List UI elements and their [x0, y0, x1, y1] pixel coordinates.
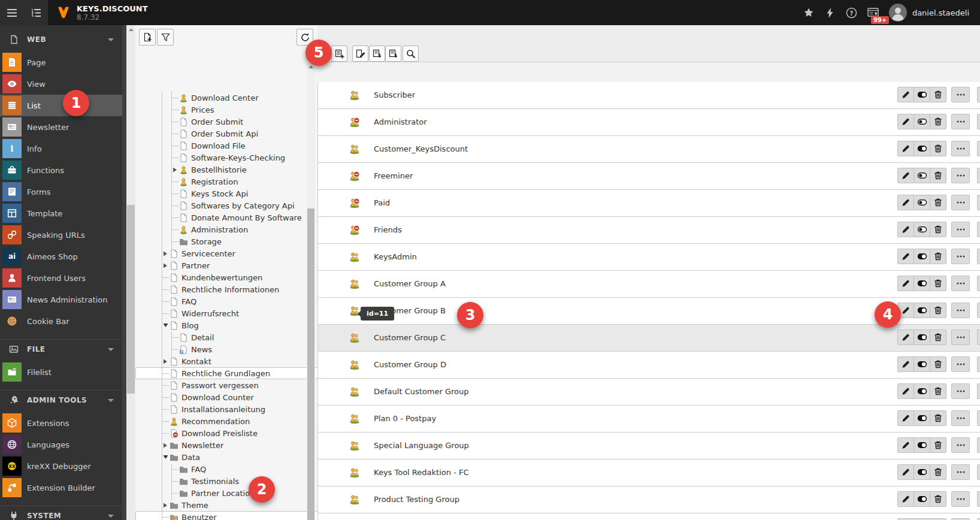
- sidebar-item-template[interactable]: Template: [0, 202, 122, 224]
- delete-record-button[interactable]: [930, 114, 946, 129]
- tree-item-faq[interactable]: FAQ: [135, 463, 303, 475]
- edit-record-button[interactable]: [897, 410, 914, 426]
- usergroup-icon[interactable]: [349, 467, 360, 478]
- unhide-record-button[interactable]: [914, 114, 930, 129]
- tree-item-donate-amount-by-software[interactable]: Donate Amount By Software: [135, 211, 303, 223]
- section-header-admin-tools[interactable]: ADMIN TOOLS: [0, 392, 122, 409]
- delete-record-button[interactable]: [930, 383, 946, 399]
- pagetree-toggle-button[interactable]: [24, 0, 48, 25]
- secondary-options-button[interactable]: [977, 114, 980, 129]
- section-header-web[interactable]: WEB: [0, 31, 122, 48]
- export-t3d-button[interactable]: [385, 46, 401, 62]
- hide-record-button[interactable]: [914, 437, 930, 453]
- record-title[interactable]: Customer Group C: [374, 333, 446, 342]
- tree-item-benutzer[interactable]: Benutzer: [135, 511, 317, 520]
- edit-records-button[interactable]: [352, 46, 368, 62]
- record-title[interactable]: Customer_KeysDiscount: [374, 144, 468, 153]
- sidebar-item-info[interactable]: iInfo: [0, 138, 122, 159]
- hide-record-button[interactable]: [914, 491, 930, 507]
- more-options-button[interactable]: [951, 437, 970, 453]
- hide-record-button[interactable]: [914, 87, 930, 102]
- tree-item-administration[interactable]: Administration: [135, 223, 303, 235]
- tree-item-software-keys-checking[interactable]: Software-Keys-Checking: [135, 152, 303, 164]
- record-title[interactable]: Keys Tool Redaktion - FC: [374, 468, 468, 477]
- tree-item-softwares-by-category-api[interactable]: Softwares by Category Api: [135, 199, 303, 211]
- edit-record-button[interactable]: [897, 195, 914, 210]
- usergroup-icon[interactable]: [349, 494, 360, 505]
- bookmark-button[interactable]: [798, 0, 819, 25]
- usergroup-icon[interactable]: [349, 332, 360, 343]
- hide-record-button[interactable]: [914, 356, 930, 372]
- sidebar-item-krexx-debugger[interactable]: XXkreXX Debugger: [0, 455, 122, 477]
- sidebar-item-functions[interactable]: Functions: [0, 159, 122, 181]
- tree-item-bestellhistorie[interactable]: Bestellhistorie: [135, 164, 303, 176]
- usergroup-icon[interactable]: [349, 252, 360, 262]
- hide-record-button[interactable]: [914, 410, 930, 426]
- tree-item-partner[interactable]: Partner: [135, 259, 303, 271]
- delete-record-button[interactable]: [930, 168, 946, 183]
- tree-item-rechtliche-grundlagen[interactable]: Rechtliche Grundlagen: [135, 367, 317, 379]
- usergroup-icon[interactable]: [349, 386, 360, 397]
- hide-record-button[interactable]: [914, 141, 930, 156]
- secondary-options-button[interactable]: [977, 195, 980, 210]
- usergroup-icon[interactable]: [349, 413, 360, 424]
- secondary-options-button[interactable]: [977, 356, 980, 372]
- secondary-options-button[interactable]: [977, 87, 980, 102]
- delete-record-button[interactable]: [930, 491, 946, 507]
- more-options-button[interactable]: [951, 168, 970, 183]
- usergroup-icon[interactable]: [349, 144, 360, 155]
- hide-record-button[interactable]: [914, 276, 930, 291]
- record-title[interactable]: Customer Group D: [374, 360, 446, 369]
- edit-record-button[interactable]: [897, 491, 914, 507]
- tree-item-newsletter[interactable]: Newsletter: [135, 439, 303, 451]
- caret-down-icon[interactable]: [161, 323, 170, 328]
- secondary-options-button[interactable]: [977, 383, 980, 399]
- caret-right-icon[interactable]: [161, 443, 170, 448]
- delete-record-button[interactable]: [930, 276, 946, 291]
- clear-cache-button[interactable]: [819, 0, 841, 25]
- export-csv-button[interactable]: [369, 46, 385, 62]
- filter-button[interactable]: [157, 29, 174, 46]
- usergroup-hidden-icon[interactable]: [349, 117, 360, 128]
- tree-item-news[interactable]: News: [135, 343, 303, 355]
- secondary-options-button[interactable]: [977, 303, 980, 318]
- tree-item-download-center[interactable]: Download Center: [135, 92, 303, 104]
- caret-right-icon[interactable]: [161, 263, 170, 268]
- tree-item-installationsanleitung[interactable]: Installationsanleitung: [135, 403, 303, 415]
- tree-item-kundenbewertungen[interactable]: Kundenbewertungen: [135, 271, 303, 283]
- tree-item-blog[interactable]: Blog: [135, 319, 303, 331]
- tree-item-registration[interactable]: Registration: [135, 176, 303, 188]
- scrollbar-thumb[interactable]: [307, 208, 314, 520]
- menu-toggle-button[interactable]: [0, 0, 24, 25]
- secondary-options-button[interactable]: [977, 141, 980, 156]
- new-page-button[interactable]: [139, 29, 156, 46]
- sidebar-item-speaking-urls[interactable]: Speaking URLs: [0, 224, 122, 246]
- delete-record-button[interactable]: [930, 141, 946, 156]
- record-title[interactable]: Plan 0 - Postpay: [374, 414, 436, 423]
- tree-right-scrollbar[interactable]: [307, 62, 315, 520]
- caret-right-icon[interactable]: [161, 359, 170, 364]
- secondary-options-button[interactable]: [977, 410, 980, 426]
- edit-record-button[interactable]: [897, 356, 914, 372]
- tree-item-detail[interactable]: Detail: [135, 331, 303, 343]
- section-header-system[interactable]: SYSTEM: [0, 507, 122, 520]
- section-header-file[interactable]: FILE: [0, 341, 122, 358]
- tree-item-servicecenter[interactable]: Servicecenter: [135, 247, 303, 259]
- tree-item-keys-stock-api[interactable]: Keys Stock Api: [135, 188, 303, 199]
- sidebar-item-newsletter[interactable]: Newsletter: [0, 116, 122, 138]
- caret-down-icon[interactable]: [161, 455, 170, 459]
- delete-record-button[interactable]: [930, 437, 946, 453]
- record-title[interactable]: Customer Group A: [374, 279, 446, 288]
- sidebar-item-frontend-users[interactable]: Frontend Users: [0, 267, 122, 289]
- more-options-button[interactable]: [951, 464, 970, 480]
- sidebar-item-news-administration[interactable]: News Administration: [0, 289, 122, 310]
- tree-item-data[interactable]: Data: [135, 451, 303, 463]
- more-options-button[interactable]: [951, 222, 970, 237]
- edit-record-button[interactable]: [897, 222, 914, 237]
- tree-item-testimonials[interactable]: Testimonials: [135, 475, 303, 487]
- tree-item-prices[interactable]: Prices: [135, 104, 303, 116]
- hide-record-button[interactable]: [914, 383, 930, 399]
- sidebar-item-forms[interactable]: Forms: [0, 181, 122, 202]
- caret-right-icon[interactable]: [171, 167, 179, 173]
- secondary-options-button[interactable]: [977, 437, 980, 453]
